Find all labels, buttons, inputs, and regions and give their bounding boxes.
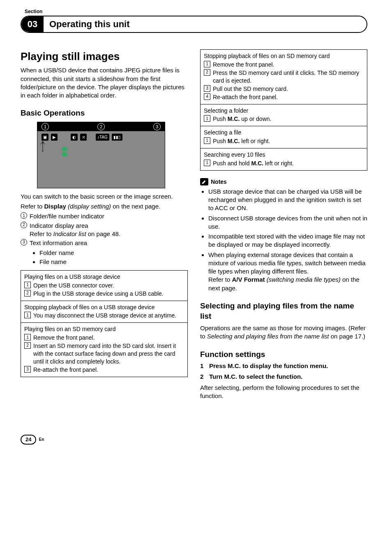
pencil-icon [200,178,208,185]
cell-select-folder: Selecting a folder 1Push M.C. up or down… [201,104,367,126]
legend-item-1: 1 Folder/file number indicator [21,212,188,220]
folder-icon: ▣ [42,134,48,141]
cell-sd-play: Playing files on an SD memory card 1Remo… [21,322,187,376]
heading-playing-still-images: Playing still images [21,49,188,64]
callout-1: 1 [42,123,49,130]
section-number-badge: 03 [21,16,44,32]
heading-selecting-files: Selecting and playing files from the nam… [200,301,367,322]
function-step-1: 1Press M.C. to display the function menu… [200,362,367,370]
thumbnail-list [62,147,67,158]
cell-search-10: Searching every 10 files 1Push and hold … [201,148,367,170]
play-icon: ▶ [51,134,58,141]
header-bar: 03 Operating this unit [21,16,367,33]
sub-file-name: File name [39,258,188,266]
sub-folder-name: Folder name [39,249,188,257]
legend-item-3: 3 Text information area [21,239,188,247]
section-label: Section [25,8,367,15]
cell-sd-stop: Stopping playback of files on an SD memo… [201,50,367,104]
tag-icon: ♪TAG [96,134,109,141]
notes-list: USB storage device that can be charged v… [208,188,367,292]
notes-header: Notes [200,178,367,186]
function-tail-text: After selecting, perform the following p… [200,384,367,401]
function-step-2: 2Turn M.C. to select the function. [200,373,367,381]
note-3: Incompatible text stored with the video … [208,232,367,249]
note-2: Disconnect USB storage devices from the … [208,214,367,231]
note-4: When playing external storage devices th… [208,251,367,292]
screen-illustration: 1 2 3 ▣ ▶ ◐ ⤮ ♪TAG ▮▮▯ [37,122,165,188]
cell-usb-stop: Stopping playback of files on a USB stor… [21,301,187,323]
right-column: Stopping playback of files on an SD memo… [200,45,367,402]
page-footer: 24 En [21,435,367,445]
refer-display-text: Refer to Display (display setting) on th… [21,202,188,211]
right-table: Stopping playback of files on an SD memo… [200,49,367,171]
header-title: Operating this unit [49,18,130,30]
note-1: USB storage device that can be charged v… [208,188,367,213]
heading-basic-operations: Basic Operations [21,108,188,118]
intro-paragraph: When a USB/SD device that contains JPEG … [21,66,188,100]
switch-screen-text: You can switch to the basic screen or th… [21,192,188,201]
legend-item-2: 2 Indicator display area Refer to Indica… [21,222,188,239]
speaker-icon [40,139,46,153]
heading-function-settings: Function settings [200,349,367,360]
cell-select-file: Selecting a file 1Push M.C. left or righ… [201,126,367,148]
indicator-row: ▣ ▶ ◐ ⤮ ♪TAG ▮▮▯ [42,134,122,141]
signal-icon: ▮▮▯ [112,134,122,141]
random-icon: ⤮ [80,134,87,141]
callout-legend: 1 Folder/file number indicator 2 Indicat… [21,212,188,247]
cell-usb-play: Playing files on a USB storage device 1O… [21,271,187,301]
selecting-files-text: Operations are the same as those for mov… [200,324,367,341]
callout-2: 2 [97,123,105,130]
left-table: Playing files on a USB storage device 1O… [21,270,188,377]
page-number: 24 [21,435,36,445]
left-column: Playing still images When a USB/SD devic… [21,45,188,402]
callout-3: 3 [153,123,161,130]
disc-icon: ◐ [71,134,78,141]
legend-item-3-sub: Folder name File name [39,249,188,266]
language-code: En [39,437,44,442]
